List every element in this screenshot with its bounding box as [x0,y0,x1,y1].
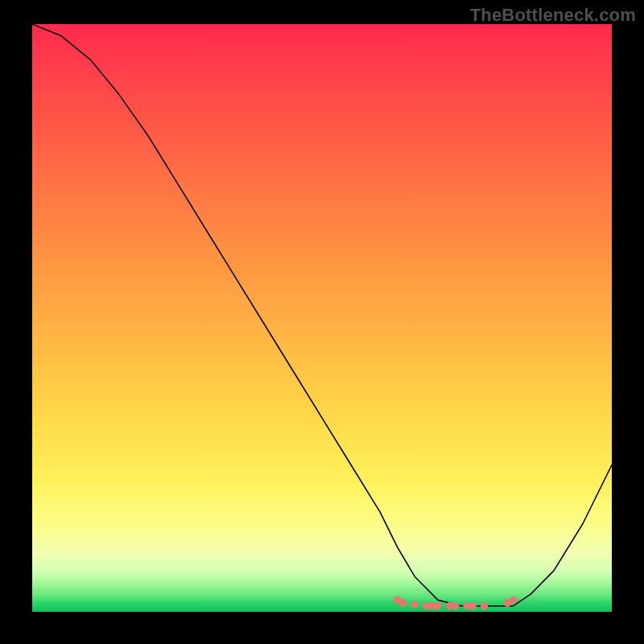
watermark-text: TheBottleneck.com [470,5,636,26]
marker-dot [481,602,488,609]
bottleneck-curve-path [32,24,612,606]
chart-svg [32,24,612,612]
plot-area [32,24,612,612]
marker-dot [434,602,441,609]
chart-frame: TheBottleneck.com [0,0,644,644]
optimal-zone-markers [394,597,517,610]
marker-dot [411,601,419,608]
marker-dot [510,597,517,604]
marker-dot [469,602,477,609]
marker-dot [452,602,459,609]
marker-dot [399,599,407,606]
